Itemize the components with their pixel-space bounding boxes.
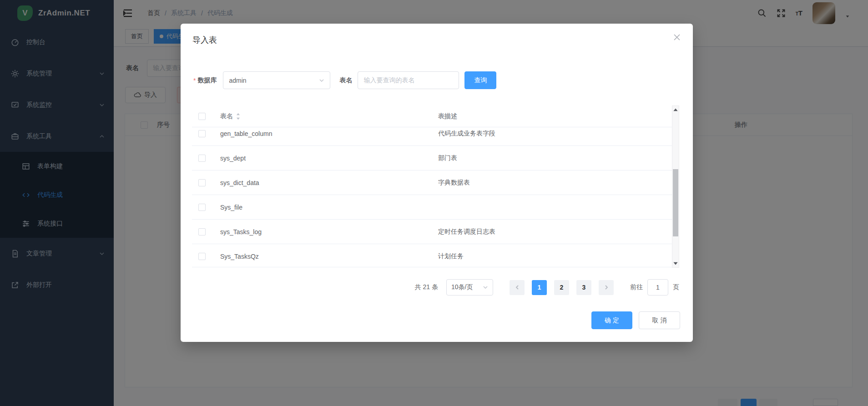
goto-label: 前往 xyxy=(630,283,643,291)
cell-table-name: sys_dept xyxy=(220,155,438,162)
dialog-table-header: 表名 表描述 xyxy=(192,105,679,127)
import-table-dialog: 导入表 * 数据库 admin 表名 输入要查询的表名 查询 表名 xyxy=(181,24,693,342)
cell-table-desc: 代码生成业务表字段 xyxy=(438,130,679,138)
app-screen: V ZrAdmin.NET 控制台 系统管理 系统监控 系统工具 表单构建 xyxy=(0,0,868,406)
dialog-pagination: 共 21 条 10条/页 1 2 3 前往 1 页 xyxy=(415,279,679,296)
row-checkbox[interactable] xyxy=(198,179,206,186)
scrollbar-thumb[interactable] xyxy=(673,169,678,236)
dialog-table: 表名 表描述 gen_table_column 代码生成业务表字段 sys_de… xyxy=(192,105,679,267)
table-row[interactable]: Sys_file xyxy=(192,195,679,220)
next-page-button[interactable] xyxy=(599,280,614,295)
table-row[interactable]: sys_dict_data 字典数据表 xyxy=(192,170,679,195)
cell-table-desc: 字典数据表 xyxy=(438,179,679,187)
required-asterisk: * xyxy=(193,77,196,84)
chevron-down-icon xyxy=(483,285,488,290)
page-button-1[interactable]: 1 xyxy=(532,280,547,295)
row-checkbox[interactable] xyxy=(198,228,206,236)
cell-table-name: gen_table_column xyxy=(220,130,438,137)
button-label: 取 消 xyxy=(652,316,667,325)
chevron-right-icon xyxy=(604,285,609,290)
database-label: 数据库 xyxy=(197,76,217,85)
button-label: 确 定 xyxy=(605,316,619,325)
cell-table-name: Sys_file xyxy=(220,204,438,211)
row-checkbox[interactable] xyxy=(198,204,206,211)
search-button[interactable]: 查询 xyxy=(464,71,496,89)
page-button-2[interactable]: 2 xyxy=(554,280,569,295)
pagination-total: 共 21 条 xyxy=(415,283,438,291)
database-select[interactable]: admin xyxy=(223,71,330,89)
select-all-checkbox[interactable] xyxy=(198,113,206,120)
selected-value: 10条/页 xyxy=(451,283,473,291)
table-row[interactable]: Sys_TasksQz 计划任务 xyxy=(192,244,679,267)
prev-page-button[interactable] xyxy=(510,280,525,295)
dialog-filter-form: * 数据库 admin 表名 输入要查询的表名 查询 xyxy=(193,71,496,89)
confirm-button[interactable]: 确 定 xyxy=(591,311,632,329)
sort-carets-icon[interactable] xyxy=(236,112,241,120)
cell-table-desc: 计划任务 xyxy=(438,252,679,261)
dialog-footer: 确 定 取 消 xyxy=(591,311,680,329)
scroll-down-icon[interactable] xyxy=(672,260,679,267)
chevron-left-icon xyxy=(515,285,520,290)
table-name-search-input[interactable]: 输入要查询的表名 xyxy=(358,71,459,89)
chevron-down-icon xyxy=(319,78,324,83)
page-button-3[interactable]: 3 xyxy=(576,280,591,295)
row-checkbox[interactable] xyxy=(198,253,206,260)
table-row[interactable]: gen_table_column 代码生成业务表字段 xyxy=(192,127,679,146)
row-checkbox[interactable] xyxy=(198,155,206,162)
selected-value: admin xyxy=(229,77,246,84)
scroll-up-icon[interactable] xyxy=(672,106,679,114)
goto-value: 1 xyxy=(656,284,660,291)
goto-page-input[interactable]: 1 xyxy=(647,279,668,296)
table-row[interactable]: sys_dept 部门表 xyxy=(192,146,679,170)
dialog-title: 导入表 xyxy=(192,35,217,45)
cell-table-desc: 部门表 xyxy=(438,154,679,162)
button-label: 查询 xyxy=(474,76,487,85)
cell-table-name: Sys_TasksQz xyxy=(220,253,438,260)
page-size-select[interactable]: 10条/页 xyxy=(446,279,493,296)
goto-suffix: 页 xyxy=(673,283,679,291)
close-icon[interactable] xyxy=(673,34,681,41)
cell-table-name: sys_dict_data xyxy=(220,179,438,186)
cell-table-name: sys_Tasks_log xyxy=(220,228,438,236)
dialog-table-scroll-area: gen_table_column 代码生成业务表字段 sys_dept 部门表 … xyxy=(192,127,679,267)
scrollbar[interactable] xyxy=(672,105,679,268)
column-table-desc: 表描述 xyxy=(438,112,679,120)
table-row[interactable]: sys_Tasks_log 定时任务调度日志表 xyxy=(192,220,679,244)
table-name-label: 表名 xyxy=(339,76,352,85)
column-table-name[interactable]: 表名 xyxy=(220,112,233,120)
cell-table-desc: 定时任务调度日志表 xyxy=(438,228,679,236)
goto-page: 前往 1 页 xyxy=(630,279,679,296)
placeholder-text: 输入要查询的表名 xyxy=(363,76,414,85)
cancel-button[interactable]: 取 消 xyxy=(639,311,680,329)
row-checkbox[interactable] xyxy=(198,130,206,137)
